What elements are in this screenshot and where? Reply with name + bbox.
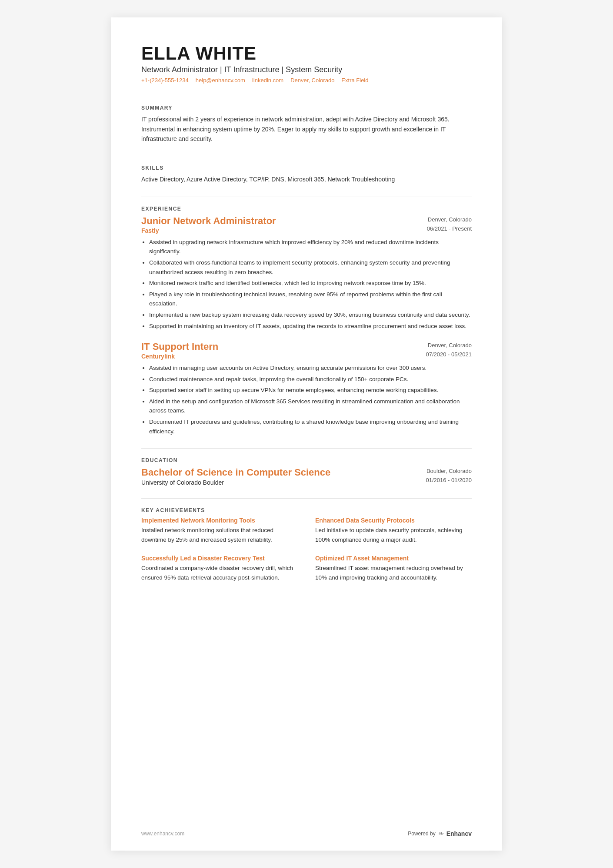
contact-phone: +1-(234)-555-1234 — [141, 77, 189, 84]
contact-email: help@enhancv.com — [196, 77, 245, 84]
experience-section: EXPERIENCE Junior Network Administrator … — [141, 206, 472, 436]
list-item: Monitored network traffic and identified… — [149, 278, 472, 288]
job-2-company: Centurylink — [141, 353, 218, 360]
achievement-2-text: Led initiative to update data security p… — [315, 526, 472, 544]
contact-info: +1-(234)-555-1234 help@enhancv.com linke… — [141, 77, 472, 84]
education-entry: Bachelor of Science in Computer Science … — [141, 467, 472, 486]
skills-section: SKILLS Active Directory, Azure Active Di… — [141, 165, 472, 184]
summary-label: SUMMARY — [141, 105, 472, 111]
list-item: Implemented a new backup system increasi… — [149, 310, 472, 320]
contact-extra: Extra Field — [341, 77, 368, 84]
list-item: Collaborated with cross-functional teams… — [149, 258, 472, 277]
achievement-2: Enhanced Data Security Protocols Led ini… — [315, 517, 472, 544]
powered-by-label: Powered by — [408, 831, 435, 837]
job-1-company: Fastly — [141, 227, 276, 234]
skills-text: Active Directory, Azure Active Directory… — [141, 174, 472, 184]
page-footer: www.enhancv.com Powered by ❧ Enhancv — [141, 829, 472, 838]
job-2-header: IT Support Intern Centurylink Denver, Co… — [141, 341, 472, 360]
skills-label: SKILLS — [141, 165, 472, 171]
job-1-location-date: Denver, Colorado 06/2021 - Present — [427, 215, 472, 234]
list-item: Supported senior staff in setting up sec… — [149, 385, 472, 395]
divider-1 — [141, 96, 472, 96]
list-item: Assisted in upgrading network infrastruc… — [149, 238, 472, 256]
list-item: Assisted in managing user accounts on Ac… — [149, 363, 472, 373]
education-section: EDUCATION Bachelor of Science in Compute… — [141, 457, 472, 486]
summary-text: IT professional with 2 years of experien… — [141, 114, 472, 144]
contact-linkedin: linkedin.com — [252, 77, 283, 84]
brand-logo-icon: ❧ — [438, 829, 444, 838]
education-school: University of Colorado Boulder — [141, 479, 330, 486]
experience-label: EXPERIENCE — [141, 206, 472, 212]
footer-brand: Powered by ❧ Enhancv — [408, 829, 472, 838]
achievement-3: Successfully Led a Disaster Recovery Tes… — [141, 555, 298, 582]
education-location: Boulder, Colorado — [426, 467, 472, 476]
divider-4 — [141, 448, 472, 449]
job-1-bullets: Assisted in upgrading network infrastruc… — [141, 238, 472, 331]
job-1-dates: 06/2021 - Present — [427, 225, 472, 234]
achievement-4-title: Optimized IT Asset Management — [315, 555, 472, 562]
list-item: Documented IT procedures and guidelines,… — [149, 417, 472, 436]
education-label: EDUCATION — [141, 457, 472, 463]
job-2: IT Support Intern Centurylink Denver, Co… — [141, 341, 472, 436]
resume-page: ELLA WHITE Network Administrator | IT In… — [111, 17, 502, 851]
achievement-4: Optimized IT Asset Management Streamline… — [315, 555, 472, 582]
achievements-section: KEY ACHIEVEMENTS Implemented Network Mon… — [141, 507, 472, 582]
job-2-location-date: Denver, Colorado 07/2020 - 05/2021 — [426, 341, 472, 359]
list-item: Supported in maintaining an inventory of… — [149, 322, 472, 331]
achievement-1-text: Installed network monitoring solutions t… — [141, 526, 298, 544]
divider-5 — [141, 498, 472, 499]
list-item: Aided in the setup and configuration of … — [149, 397, 472, 416]
summary-section: SUMMARY IT professional with 2 years of … — [141, 105, 472, 144]
job-2-location: Denver, Colorado — [426, 341, 472, 350]
education-left: Bachelor of Science in Computer Science … — [141, 467, 330, 486]
brand-name: Enhancv — [446, 830, 472, 837]
job-1: Junior Network Administrator Fastly Denv… — [141, 215, 472, 331]
achievement-4-text: Streamlined IT asset management reducing… — [315, 563, 472, 582]
job-2-dates: 07/2020 - 05/2021 — [426, 350, 472, 359]
achievements-grid: Implemented Network Monitoring Tools Ins… — [141, 517, 472, 582]
achievement-1-title: Implemented Network Monitoring Tools — [141, 517, 298, 524]
header-section: ELLA WHITE Network Administrator | IT In… — [141, 44, 472, 84]
divider-3 — [141, 197, 472, 197]
education-location-date: Boulder, Colorado 01/2016 - 01/2020 — [426, 467, 472, 485]
contact-location: Denver, Colorado — [290, 77, 334, 84]
job-1-header: Junior Network Administrator Fastly Denv… — [141, 215, 472, 234]
achievement-3-text: Coordinated a company-wide disaster reco… — [141, 563, 298, 582]
footer-website: www.enhancv.com — [141, 831, 184, 837]
achievement-3-title: Successfully Led a Disaster Recovery Tes… — [141, 555, 298, 562]
job-1-left: Junior Network Administrator Fastly — [141, 215, 276, 234]
list-item: Conducted maintenance and repair tasks, … — [149, 375, 472, 384]
job-2-left: IT Support Intern Centurylink — [141, 341, 218, 360]
achievement-1: Implemented Network Monitoring Tools Ins… — [141, 517, 298, 544]
job-1-location: Denver, Colorado — [427, 215, 472, 225]
candidate-name: ELLA WHITE — [141, 44, 472, 64]
education-dates: 01/2016 - 01/2020 — [426, 476, 472, 485]
job-2-title: IT Support Intern — [141, 341, 218, 352]
list-item: Played a key role in troubleshooting tec… — [149, 290, 472, 308]
achievements-label: KEY ACHIEVEMENTS — [141, 507, 472, 513]
job-2-bullets: Assisted in managing user accounts on Ac… — [141, 363, 472, 436]
divider-2 — [141, 156, 472, 156]
candidate-title: Network Administrator | IT Infrastructur… — [141, 65, 472, 74]
job-1-title: Junior Network Administrator — [141, 215, 276, 227]
achievement-2-title: Enhanced Data Security Protocols — [315, 517, 472, 524]
education-degree: Bachelor of Science in Computer Science — [141, 467, 330, 478]
